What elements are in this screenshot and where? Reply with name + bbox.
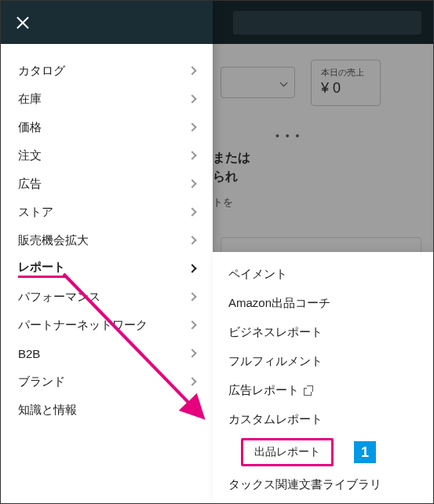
search-input[interactable]	[233, 11, 421, 35]
chevron-right-icon	[188, 151, 196, 159]
menu-item-reports[interactable]: レポート	[1, 254, 213, 283]
chevron-right-icon	[188, 122, 196, 131]
chevron-right-icon	[188, 264, 196, 272]
close-icon[interactable]	[15, 15, 31, 31]
partial-text-1: または	[213, 148, 421, 167]
menu-item-label: B2B	[18, 347, 40, 360]
menu-item-label: 知識と情報	[18, 403, 77, 418]
partial-text-3: トを	[213, 195, 421, 210]
menu-item-label: 販売機会拡大	[18, 233, 89, 248]
submenu-item-label: カスタムレポート	[228, 412, 323, 427]
menu-item-inventory[interactable]: 在庫	[1, 85, 213, 113]
submenu-item-fulfillment[interactable]: フルフィルメント	[213, 347, 432, 376]
chevron-right-icon	[188, 320, 196, 329]
chevron-right-icon	[188, 236, 196, 244]
submenu-item-label: フルフィルメント	[228, 354, 323, 369]
chevron-right-icon	[188, 349, 196, 357]
app-frame: 本日の売上 ¥ 0 • • • または られ トを 重要なお知らせ 2022/0…	[0, 0, 434, 504]
submenu-item-listing-reports[interactable]: 出品レポート	[241, 438, 334, 466]
submenu-item-label: 出品レポート	[254, 445, 320, 458]
chevron-right-icon	[188, 94, 196, 103]
menu-item-pricing[interactable]: 価格	[1, 113, 213, 141]
submenu-item-label: タックス関連文書ライブラリ	[228, 477, 381, 492]
sales-label: 本日の売上	[321, 67, 364, 79]
submenu-item-payments[interactable]: ペイメント	[213, 260, 432, 289]
chevron-down-icon	[280, 79, 288, 86]
menu-list: カタログ 在庫 価格 注文 広告 ストア 販売機会拡大 レポート パフォーマンス…	[1, 44, 213, 424]
external-link-icon	[304, 386, 312, 395]
menu-item-brand[interactable]: ブランド	[1, 367, 213, 396]
menu-item-catalog[interactable]: カタログ	[1, 57, 213, 85]
submenu-item-label: ペイメント	[228, 267, 287, 282]
annotation-marker-1: 1	[354, 441, 376, 463]
menu-item-label: 広告	[18, 177, 42, 192]
chevron-right-icon	[188, 66, 196, 75]
submenu-item-seller-coach[interactable]: Amazon出品コーチ	[213, 289, 432, 318]
menu-item-label: ストア	[18, 205, 53, 220]
menu-item-label: 注文	[18, 148, 42, 163]
submenu-item-label: ビジネスレポート	[228, 325, 323, 340]
menu-item-label: 価格	[18, 120, 42, 135]
submenu-item-business-reports[interactable]: ビジネスレポート	[213, 318, 432, 347]
chevron-right-icon	[188, 292, 196, 301]
menu-item-label: パートナーネットワーク	[18, 318, 148, 333]
menu-header	[1, 1, 213, 44]
more-actions[interactable]: • • •	[275, 130, 421, 142]
menu-item-ads[interactable]: 広告	[1, 170, 213, 198]
menu-item-performance[interactable]: パフォーマンス	[1, 283, 213, 311]
menu-item-store[interactable]: ストア	[1, 198, 213, 226]
menu-item-b2b[interactable]: B2B	[1, 339, 213, 367]
menu-item-orders[interactable]: 注文	[1, 141, 213, 170]
period-select[interactable]	[221, 67, 295, 98]
menu-item-knowledge[interactable]: 知識と情報	[1, 396, 213, 424]
partial-text-2: られ	[213, 167, 421, 186]
chevron-right-icon	[188, 207, 196, 216]
chevron-right-icon	[188, 377, 196, 385]
chevron-right-icon	[188, 179, 196, 188]
sales-value: ¥ 0	[321, 79, 364, 98]
main-menu-panel: カタログ 在庫 価格 注文 広告 ストア 販売機会拡大 レポート パフォーマンス…	[1, 1, 213, 503]
menu-item-label: パフォーマンス	[18, 290, 100, 305]
submenu-item-tax-docs[interactable]: タックス関連文書ライブラリ	[213, 470, 432, 499]
menu-item-partner-network[interactable]: パートナーネットワーク	[1, 311, 213, 339]
submenu-item-custom-reports[interactable]: カスタムレポート	[213, 405, 432, 434]
menu-item-label: ブランド	[18, 374, 65, 389]
sales-card: 本日の売上 ¥ 0	[311, 60, 381, 106]
menu-item-label: レポート	[18, 260, 65, 278]
submenu-item-ad-reports[interactable]: 広告レポート	[213, 376, 432, 405]
submenu-item-label: Amazon出品コーチ	[228, 296, 330, 311]
menu-item-label: 在庫	[18, 92, 42, 107]
submenu-item-label: 広告レポート	[228, 383, 299, 398]
reports-submenu-panel: ペイメント Amazon出品コーチ ビジネスレポート フルフィルメント 広告レポ…	[213, 252, 432, 503]
menu-item-opportunity[interactable]: 販売機会拡大	[1, 226, 213, 254]
menu-item-label: カタログ	[18, 64, 65, 79]
